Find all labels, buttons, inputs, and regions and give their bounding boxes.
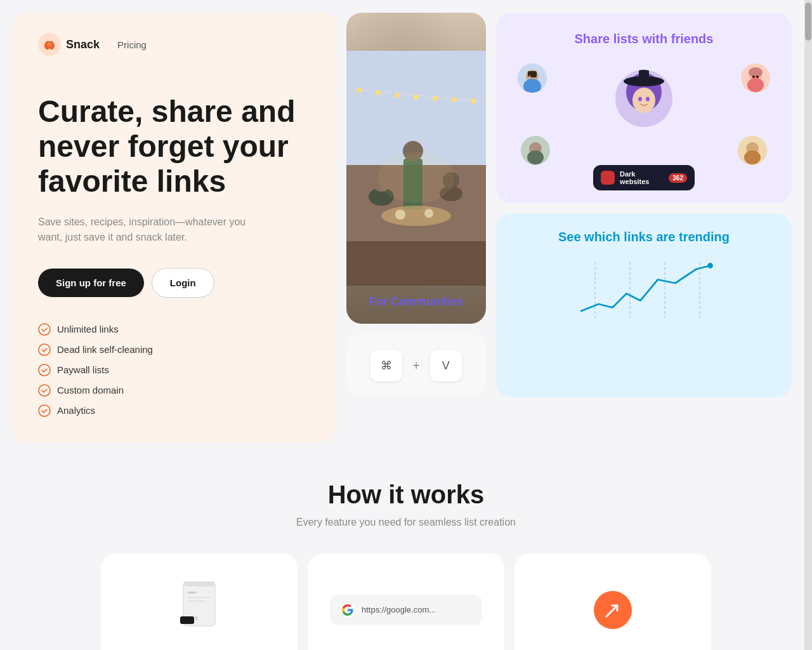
login-button[interactable]: Login <box>152 268 214 298</box>
hero-headline: Curate, share and never forget your favo… <box>38 94 311 199</box>
svg-point-47 <box>527 150 544 164</box>
svg-point-14 <box>433 96 438 101</box>
svg-rect-62 <box>195 616 197 620</box>
svg-point-36 <box>632 88 655 113</box>
logo-area: Snack Pricing <box>38 33 311 56</box>
svg-point-37 <box>638 97 642 102</box>
trending-title: See which links are trending <box>511 229 776 245</box>
feature-item-5: Analytics <box>38 404 311 417</box>
check-icon-1 <box>38 323 51 336</box>
svg-rect-8 <box>346 241 486 286</box>
middle-column: For Communities ⌘ + V <box>346 13 486 397</box>
hero-subtext: Save sites, recipes, inspiration—whateve… <box>38 215 254 245</box>
how-title: How it works <box>13 481 799 509</box>
check-icon-4 <box>38 384 51 397</box>
snack-logo-icon <box>38 33 61 56</box>
svg-point-16 <box>471 98 476 103</box>
paste-card: ⌘ + V <box>346 334 486 397</box>
dark-websites-card: Dark websites 362 <box>593 165 695 190</box>
svg-rect-58 <box>188 592 197 594</box>
restaurant-scene-svg <box>346 51 486 286</box>
cta-buttons: Sign up for free Login <box>38 268 311 298</box>
svg-point-42 <box>749 67 763 77</box>
url-text: https://google.com... <box>362 605 436 614</box>
how-cards-container: https://google.com... <box>13 554 799 650</box>
svg-point-10 <box>357 88 362 93</box>
avatars-area <box>511 57 776 171</box>
svg-point-1 <box>39 324 50 335</box>
share-lists-card: Share lists with friends <box>496 13 792 203</box>
signup-button[interactable]: Sign up for free <box>38 269 144 297</box>
how-card-3-content <box>530 569 696 650</box>
svg-point-24 <box>395 209 405 220</box>
how-card-1 <box>101 554 298 650</box>
avatar-main <box>615 70 672 127</box>
svg-point-3 <box>39 364 50 376</box>
brand-name: Snack <box>66 38 100 51</box>
svg-point-23 <box>381 206 451 226</box>
feature-label-3: Paywall lists <box>57 364 109 375</box>
avatar-small-3 <box>521 136 550 165</box>
scrollbar[interactable] <box>804 0 812 650</box>
svg-point-25 <box>424 209 433 218</box>
svg-point-5 <box>39 405 50 416</box>
url-box: https://google.com... <box>330 595 482 625</box>
avatar-4-svg <box>738 136 767 165</box>
svg-point-55 <box>707 263 713 269</box>
feature-label-4: Custom domain <box>57 385 124 395</box>
bookmark-icon-svg <box>180 581 218 639</box>
svg-point-41 <box>747 78 764 92</box>
feature-label-2: Dead link self-cleaning <box>57 344 153 355</box>
svg-point-13 <box>414 95 419 100</box>
hero-section: Snack Pricing Curate, share and never fo… <box>0 0 804 455</box>
how-subtitle: Every feature you need for seamless list… <box>13 517 799 528</box>
svg-rect-60 <box>188 600 206 602</box>
dark-websites-icon <box>601 171 615 185</box>
features-list: Unlimited links Dead link self-cleaning … <box>38 323 311 417</box>
svg-point-11 <box>376 90 381 95</box>
how-card-3 <box>514 554 711 650</box>
svg-point-4 <box>39 385 50 396</box>
feature-item-1: Unlimited links <box>38 323 311 336</box>
cmd-key-box: ⌘ <box>370 350 402 381</box>
check-icon-5 <box>38 404 51 417</box>
svg-point-12 <box>395 93 400 98</box>
check-icon-2 <box>38 343 51 356</box>
share-arrow-icon <box>594 591 632 629</box>
restaurant-image <box>346 13 486 324</box>
svg-point-43 <box>752 76 755 78</box>
scrollbar-thumb[interactable] <box>805 3 811 41</box>
check-icon-3 <box>38 364 51 376</box>
feature-item-2: Dead link self-cleaning <box>38 343 311 356</box>
for-communities-label: For Communities <box>346 295 486 308</box>
how-section: How it works Every feature you need for … <box>0 455 812 650</box>
svg-rect-59 <box>188 597 211 598</box>
how-card-1-content <box>116 569 282 650</box>
avatar-small-1 <box>518 63 547 93</box>
svg-point-26 <box>378 152 454 203</box>
trending-card: See which links are trending <box>496 213 792 397</box>
svg-point-44 <box>756 76 759 78</box>
v-key-box: V <box>430 350 462 381</box>
restaurant-card: For Communities <box>346 13 486 324</box>
feature-item-3: Paywall lists <box>38 364 311 376</box>
arrow-svg <box>603 600 622 620</box>
svg-point-2 <box>39 344 50 355</box>
google-g-svg <box>342 604 353 616</box>
share-title: Share lists with friends <box>511 30 776 47</box>
svg-point-38 <box>646 97 650 102</box>
dark-websites-count: 362 <box>669 173 687 183</box>
feature-label-5: Analytics <box>57 405 95 416</box>
svg-point-15 <box>452 97 457 102</box>
svg-point-50 <box>744 150 761 164</box>
right-column: For Communities ⌘ + V Share lists with f… <box>346 13 792 397</box>
how-card-2-content: https://google.com... <box>323 569 489 650</box>
how-card-2: https://google.com... <box>308 554 504 650</box>
nav-pricing[interactable]: Pricing <box>117 39 147 50</box>
hero-left-card: Snack Pricing Curate, share and never fo… <box>13 13 336 442</box>
feature-label-1: Unlimited links <box>57 324 119 335</box>
google-logo <box>340 602 355 618</box>
svg-point-31 <box>528 76 531 78</box>
avatar-main-svg <box>615 70 672 127</box>
svg-rect-57 <box>183 581 215 587</box>
